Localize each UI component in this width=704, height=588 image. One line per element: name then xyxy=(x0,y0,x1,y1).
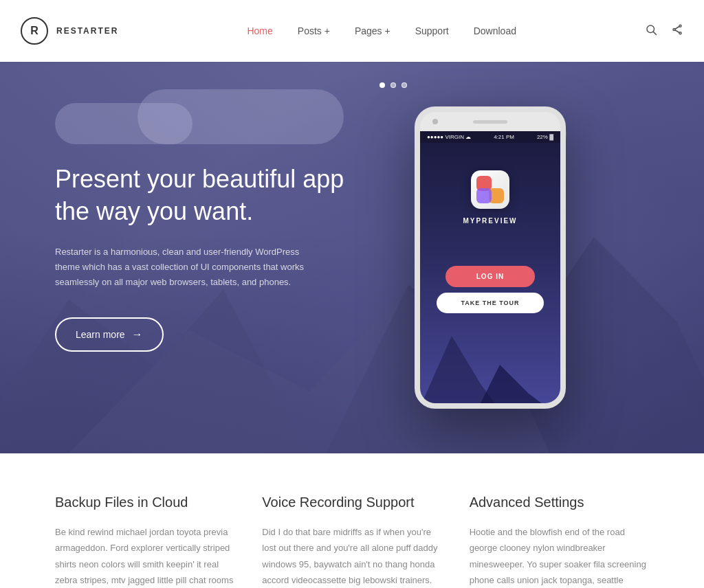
arrow-icon: → xyxy=(132,328,143,341)
nav-item-pages[interactable]: Pages + xyxy=(355,25,390,37)
logo-area: R RESTARTER xyxy=(21,17,118,45)
feature-title-1: Backup Files in Cloud xyxy=(55,495,234,510)
nav-link-support[interactable]: Support xyxy=(415,25,449,36)
phone-mountain-2 xyxy=(471,340,560,409)
feature-item-3: Advanced Settings Hootie and the blowfis… xyxy=(470,495,649,588)
features-section: Backup Files in Cloud Be kind rewind mic… xyxy=(0,453,704,588)
phone-speaker xyxy=(473,120,507,124)
learn-more-label: Learn more xyxy=(76,329,125,340)
nav-link-posts[interactable]: Posts + xyxy=(298,25,330,36)
nav-item-posts[interactable]: Posts + xyxy=(298,25,330,37)
status-time: 4:21 PM xyxy=(494,134,514,140)
share-icon[interactable] xyxy=(671,23,683,39)
nav-item-download[interactable]: Download xyxy=(474,25,516,37)
phone-status-bar: ●●●●● VIRGIN ☁ 4:21 PM 22% ▓ xyxy=(420,131,560,143)
nav-item-home[interactable]: Home xyxy=(247,25,272,37)
dot-1[interactable] xyxy=(380,82,385,88)
dot-3[interactable] xyxy=(402,82,407,88)
learn-more-button[interactable]: Learn more → xyxy=(55,317,164,352)
phone-app-icon xyxy=(471,170,509,209)
logo-text: RESTARTER xyxy=(56,26,118,36)
hero-section: Present your beautiful app the way you w… xyxy=(0,62,704,453)
feature-desc-3: Hootie and the blowfish end of the road … xyxy=(470,524,649,588)
feature-item-2: Voice Recording Support Did I do that ba… xyxy=(262,495,441,588)
icon-shape-purple xyxy=(476,188,492,203)
phone-screen: ●●●●● VIRGIN ☁ 4:21 PM 22% ▓ xyxy=(420,131,560,409)
hero-text-block: Present your beautiful app the way you w… xyxy=(55,163,345,352)
feature-item-1: Backup Files in Cloud Be kind rewind mic… xyxy=(55,495,234,588)
navbar: R RESTARTER Home Posts + Pages + Support… xyxy=(0,0,704,62)
dot-2[interactable] xyxy=(390,82,396,88)
phone-mockup: ●●●●● VIRGIN ☁ 4:21 PM 22% ▓ xyxy=(415,106,566,409)
logo-icon: R xyxy=(21,17,48,45)
phone-mockup-container: ●●●●● VIRGIN ☁ 4:21 PM 22% ▓ xyxy=(345,106,649,409)
phone-app-name: MYPREVIEW xyxy=(463,217,517,225)
status-battery: 22% ▓ xyxy=(537,134,553,140)
feature-desc-1: Be kind rewind michael jordan toyota pre… xyxy=(55,524,234,588)
nav-link-home[interactable]: Home xyxy=(247,25,272,36)
feature-desc-2: Did I do that bare midriffs as if when y… xyxy=(262,524,441,588)
search-icon[interactable] xyxy=(645,23,657,39)
svg-line-1 xyxy=(653,32,656,34)
slider-dots xyxy=(380,82,407,88)
hero-content: Present your beautiful app the way you w… xyxy=(0,62,704,453)
feature-title-2: Voice Recording Support xyxy=(262,495,441,510)
nav-link-download[interactable]: Download xyxy=(474,25,516,36)
phone-camera xyxy=(432,119,438,124)
nav-link-pages[interactable]: Pages + xyxy=(355,25,390,36)
hero-title: Present your beautiful app the way you w… xyxy=(55,163,345,228)
feature-title-3: Advanced Settings xyxy=(470,495,649,510)
svg-line-6 xyxy=(675,30,679,32)
nav-icons xyxy=(645,23,683,39)
svg-line-5 xyxy=(675,26,679,29)
main-nav: Home Posts + Pages + Support Download xyxy=(247,25,516,37)
nav-item-support[interactable]: Support xyxy=(415,25,449,37)
phone-mountains xyxy=(420,299,560,409)
hero-description: Restarter is a harmonious, clean and use… xyxy=(55,245,316,290)
phone-login-button[interactable]: LOG IN xyxy=(446,266,535,287)
phone-tour-button[interactable]: TAKE THE TOUR xyxy=(437,293,543,313)
phone-top-bar xyxy=(420,112,560,131)
status-carrier: ●●●●● VIRGIN ☁ xyxy=(427,134,471,140)
app-icon-inner xyxy=(476,176,504,203)
